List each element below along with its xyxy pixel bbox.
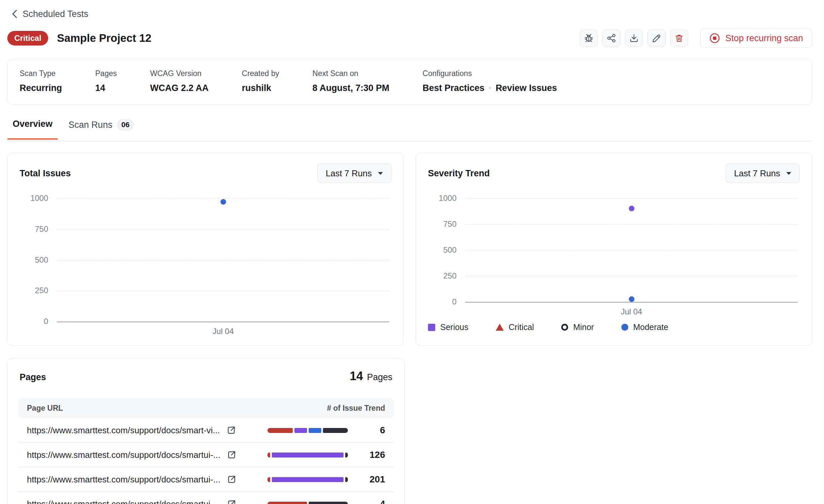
trend-segment-minor <box>345 477 348 482</box>
y-axis-tick-label: 250 <box>20 286 48 295</box>
total-issues-header: Total Issues Last 7 Runs <box>20 164 391 183</box>
severity-trend-title: Severity Trend <box>428 168 490 178</box>
page-url-link[interactable]: https://www.smarttest.com/support/docs/s… <box>27 425 220 435</box>
field-value: 8 August, 7:30 PM <box>312 83 389 93</box>
stop-recurring-scan-button[interactable]: Stop recurring scan <box>700 28 812 48</box>
column-page-url: Page URL <box>27 404 327 413</box>
pages-header: Pages 14 Pages <box>18 369 394 383</box>
page: Scheduled Tests Critical Sample Project … <box>0 0 824 504</box>
trend-segment-serious <box>294 428 307 433</box>
issue-trend-bar <box>268 502 348 504</box>
field-label: Created by <box>242 69 280 78</box>
legend-label: Critical <box>509 323 534 332</box>
pencil-icon <box>651 33 661 43</box>
field-label: Pages <box>95 69 117 78</box>
range-selector[interactable]: Last 7 Runs <box>726 164 800 183</box>
trend-segment-minor <box>323 428 348 433</box>
triangle-marker-icon <box>496 324 504 331</box>
legend-item-serious[interactable]: Serious <box>428 323 469 332</box>
page-url-link[interactable]: https://www.smarttest.com/support/docs/s… <box>27 450 220 460</box>
stop-circle-icon <box>709 32 720 44</box>
table-row[interactable]: https://www.smarttest.com/support/docs/s… <box>18 468 394 492</box>
external-link-icon[interactable] <box>226 499 237 504</box>
y-axis-tick-label: 1000 <box>20 194 48 203</box>
pages-count: 14 Pages <box>349 369 392 383</box>
severity-trend-chart: Jul 04 10007505002500 <box>428 198 800 302</box>
severity-trend-header: Severity Trend Last 7 Runs <box>428 164 800 183</box>
share-button[interactable] <box>602 29 620 47</box>
page-title: Sample Project 12 <box>57 32 151 44</box>
y-axis-tick-label: 0 <box>428 297 456 306</box>
page-url-cell: https://www.smarttest.com/support/docs/s… <box>27 474 268 485</box>
field-label: WCAG Version <box>150 69 209 78</box>
external-link-icon[interactable] <box>226 474 237 485</box>
page-url-link[interactable]: https://www.smarttest.com/support/docs/s… <box>27 499 220 504</box>
report-bug-button[interactable] <box>580 29 598 47</box>
range-selector-label: Last 7 Runs <box>734 168 780 178</box>
table-row[interactable]: https://www.smarttest.com/support/docs/s… <box>18 492 394 504</box>
range-selector[interactable]: Last 7 Runs <box>317 164 391 183</box>
legend-item-minor[interactable]: Minor <box>561 323 594 332</box>
severity-trend-card: Severity Trend Last 7 Runs Jul 04 100075… <box>416 153 812 346</box>
share-icon <box>606 33 616 43</box>
issue-count: 126 <box>348 450 385 460</box>
charts-row: Total Issues Last 7 Runs Jul 04 10007505… <box>7 153 812 346</box>
table-row[interactable]: https://www.smarttest.com/support/docs/s… <box>18 418 394 443</box>
y-axis-tick-label: 0 <box>20 317 48 326</box>
config-value-1: Best Practices <box>423 83 485 93</box>
gridline <box>465 198 798 199</box>
plot-area: Jul 04 <box>57 198 389 322</box>
trend-segment-critical <box>268 502 307 504</box>
config-separator: · <box>489 84 491 93</box>
trend-segment-minor <box>309 502 348 504</box>
table-row[interactable]: https://www.smarttest.com/support/docs/s… <box>18 443 394 468</box>
y-axis-tick-label: 750 <box>428 220 456 229</box>
tab-bar: Overview Scan Runs 06 <box>7 119 812 141</box>
tab-scan-runs[interactable]: Scan Runs 06 <box>63 119 139 141</box>
x-axis-tick-label: Jul 04 <box>212 327 233 336</box>
total-issues-chart: Jul 04 10007505002500 <box>20 198 391 322</box>
external-link-icon[interactable] <box>226 425 236 435</box>
pages-title: Pages <box>20 372 46 382</box>
square-marker-icon <box>428 324 435 331</box>
issue-trend-bar <box>268 428 348 433</box>
gridline <box>465 224 798 225</box>
field-next-scan: Next Scan on 8 August, 7:30 PM <box>312 69 389 93</box>
gridline <box>465 250 798 251</box>
tab-overview[interactable]: Overview <box>7 119 58 139</box>
field-configurations: Configurations Best Practices · Review I… <box>423 69 557 93</box>
gridline <box>57 260 389 261</box>
field-scan-type: Scan Type Recurring <box>20 69 62 93</box>
page-url-link[interactable]: https://www.smarttest.com/support/docs/s… <box>27 475 220 485</box>
trend-segment-serious <box>272 453 343 458</box>
download-button[interactable] <box>625 29 643 47</box>
y-axis-tick-label: 500 <box>428 245 456 255</box>
total-issues-title: Total Issues <box>20 168 71 178</box>
config-value-2: Review Issues <box>496 83 557 93</box>
field-value: Recurring <box>20 83 62 93</box>
plot-area: Jul 04 <box>465 198 798 302</box>
field-wcag-version: WCAG Version WCAG 2.2 AA <box>150 69 209 93</box>
gridline <box>57 229 389 230</box>
trend-segment-serious <box>272 477 343 482</box>
gridline <box>57 290 389 291</box>
bug-icon <box>584 33 594 43</box>
legend-item-critical[interactable]: Critical <box>496 323 534 332</box>
trend-segment-critical <box>268 453 270 458</box>
external-link-icon[interactable] <box>226 450 237 460</box>
edit-button[interactable] <box>647 29 665 47</box>
data-point-moderate <box>629 296 634 302</box>
page-url-cell: https://www.smarttest.com/support/docs/s… <box>27 499 268 504</box>
field-created-by: Created by rushilk <box>242 69 280 93</box>
legend-item-moderate[interactable]: Moderate <box>621 323 668 332</box>
y-axis-tick-label: 250 <box>428 271 456 280</box>
download-icon <box>629 33 639 43</box>
breadcrumb[interactable]: Scheduled Tests <box>11 7 812 21</box>
trend-segment-critical <box>268 428 293 433</box>
y-axis-tick-label: 500 <box>20 255 48 265</box>
pages-card: Pages 14 Pages Page URL # of Issue Trend… <box>7 358 405 504</box>
issue-count: 201 <box>348 474 385 485</box>
page-url-cell: https://www.smarttest.com/support/docs/s… <box>27 425 268 435</box>
delete-button[interactable] <box>670 29 688 47</box>
pages-table-body: https://www.smarttest.com/support/docs/s… <box>18 418 394 504</box>
